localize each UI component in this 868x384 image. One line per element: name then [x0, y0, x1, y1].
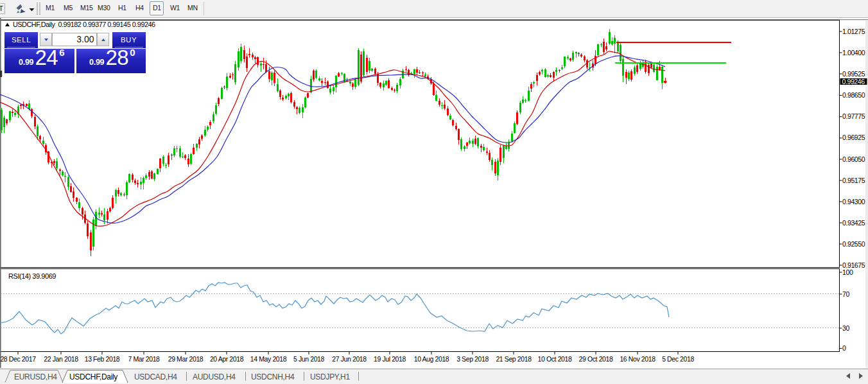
- svg-text:0: 0: [842, 344, 846, 352]
- svg-text:27 Jun 2018: 27 Jun 2018: [332, 355, 367, 363]
- svg-text:0.99246: 0.99246: [842, 78, 865, 85]
- svg-text:RSI(14) 39.9069: RSI(14) 39.9069: [8, 272, 56, 280]
- svg-text:100: 100: [842, 268, 853, 276]
- svg-text:0.97775: 0.97775: [842, 112, 865, 120]
- svg-text:0.99525: 0.99525: [842, 70, 865, 78]
- svg-text:0.96925: 0.96925: [842, 134, 865, 141]
- svg-text:29 Mar 2018: 29 Mar 2018: [168, 355, 204, 363]
- svg-text:10 Aug 2018: 10 Aug 2018: [414, 355, 449, 363]
- svg-text:22 Jan 2018: 22 Jan 2018: [44, 355, 78, 363]
- svg-text:70: 70: [842, 290, 849, 298]
- svg-text:1.00400: 1.00400: [842, 49, 865, 57]
- svg-text:USDCHF,Daily 0.99182 0.99377: USDCHF,Daily 0.99182 0.99377 0.99145 0.9…: [13, 21, 155, 28]
- svg-text:0.98650: 0.98650: [842, 91, 865, 99]
- svg-text:28 Dec 2017: 28 Dec 2017: [0, 355, 36, 363]
- svg-text:29 Oct 2018: 29 Oct 2018: [579, 355, 613, 363]
- svg-text:0.93425: 0.93425: [842, 219, 865, 227]
- svg-text:0.95175: 0.95175: [842, 177, 865, 184]
- svg-text:19 Jul 2018: 19 Jul 2018: [374, 355, 406, 363]
- svg-text:5 Jun 2018: 5 Jun 2018: [293, 355, 325, 363]
- svg-text:7 Mar 2018: 7 Mar 2018: [128, 355, 160, 363]
- svg-text:0.96050: 0.96050: [842, 155, 865, 163]
- svg-text:13 Feb 2018: 13 Feb 2018: [85, 355, 120, 363]
- svg-text:3 Sep 2018: 3 Sep 2018: [456, 355, 489, 363]
- svg-text:14 May 2018: 14 May 2018: [250, 355, 287, 363]
- svg-text:21 Sep 2018: 21 Sep 2018: [496, 355, 532, 363]
- svg-text:10 Oct 2018: 10 Oct 2018: [538, 355, 572, 363]
- svg-text:16 Nov 2018: 16 Nov 2018: [620, 355, 655, 363]
- svg-text:30: 30: [842, 324, 849, 332]
- svg-text:0.92550: 0.92550: [842, 240, 865, 248]
- svg-text:0.94300: 0.94300: [842, 198, 865, 205]
- svg-text:5 Dec 2018: 5 Dec 2018: [662, 355, 694, 363]
- svg-text:20 Apr 2018: 20 Apr 2018: [210, 355, 244, 363]
- svg-text:1.01275: 1.01275: [842, 28, 865, 35]
